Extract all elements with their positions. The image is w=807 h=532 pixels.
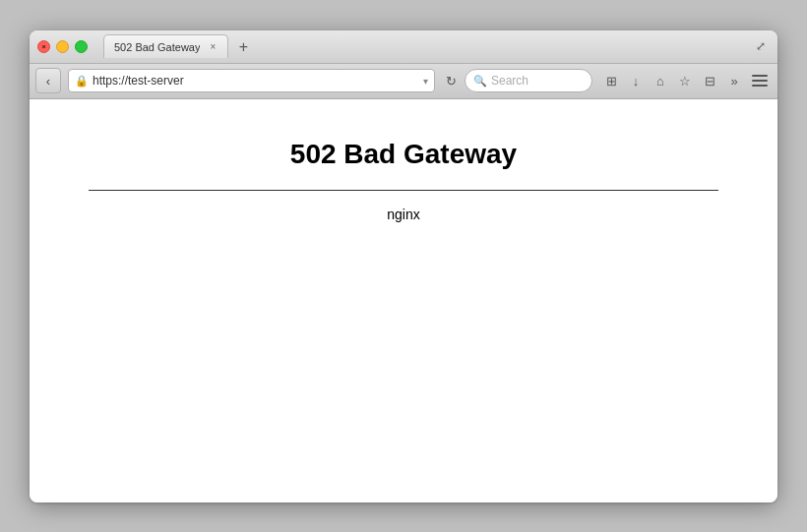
- home-button[interactable]: ⌂: [650, 70, 671, 91]
- browser-window: × 502 Bad Gateway × + ⤢ ‹ 🔒 https: [30, 30, 777, 502]
- tab-close-button[interactable]: ×: [208, 40, 217, 53]
- address-bar[interactable]: 🔒 https://test-server ▾: [68, 69, 435, 92]
- close-button[interactable]: ×: [37, 40, 50, 53]
- bookmark-star-button[interactable]: ☆: [674, 70, 696, 91]
- more-icon: »: [730, 74, 737, 89]
- tab-bar: 502 Bad Gateway × +: [99, 34, 752, 58]
- grid-view-button[interactable]: ⊞: [600, 70, 622, 91]
- star-icon: ☆: [679, 74, 691, 89]
- bookmarks-button[interactable]: ⊟: [699, 70, 720, 91]
- expand-button[interactable]: ⤢: [752, 37, 770, 55]
- address-dropdown-icon[interactable]: ▾: [423, 76, 428, 87]
- home-icon: ⌂: [656, 74, 664, 89]
- reload-button[interactable]: ↻: [442, 72, 461, 90]
- minimize-button[interactable]: [56, 40, 69, 53]
- expand-icon: ⤢: [756, 39, 766, 53]
- search-bar[interactable]: 🔍 Search: [465, 69, 592, 92]
- search-icon: 🔍: [473, 75, 487, 88]
- tab-title: 502 Bad Gateway: [114, 41, 200, 53]
- maximize-button[interactable]: [75, 40, 88, 53]
- bookmarks-icon: ⊟: [705, 74, 715, 89]
- error-subtext: nginx: [89, 207, 718, 222]
- window-controls: ×: [37, 40, 88, 53]
- more-tools-button[interactable]: »: [723, 70, 745, 91]
- back-icon: ‹: [46, 74, 50, 89]
- close-icon: ×: [41, 42, 46, 51]
- error-heading: 502 Bad Gateway: [89, 139, 718, 170]
- hamburger-icon: [752, 75, 768, 87]
- content-area: 502 Bad Gateway nginx: [30, 99, 777, 502]
- grid-icon: ⊞: [606, 74, 617, 89]
- menu-button[interactable]: [748, 69, 772, 92]
- error-divider: [89, 190, 718, 191]
- toolbar-actions: ⊞ ↓ ⌂ ☆ ⊟ »: [600, 69, 772, 92]
- download-icon: ↓: [633, 74, 640, 89]
- title-bar: × 502 Bad Gateway × + ⤢: [30, 30, 777, 64]
- address-text: https://test-server: [93, 74, 419, 88]
- back-button[interactable]: ‹: [35, 68, 61, 93]
- active-tab[interactable]: 502 Bad Gateway ×: [103, 34, 228, 58]
- error-page: 502 Bad Gateway nginx: [30, 99, 777, 242]
- search-placeholder: Search: [491, 74, 528, 88]
- new-tab-button[interactable]: +: [232, 36, 254, 58]
- toolbar: ‹ 🔒 https://test-server ▾ ↻ 🔍 Search ⊞ ↓…: [30, 64, 777, 99]
- lock-icon: 🔒: [75, 75, 89, 88]
- download-button[interactable]: ↓: [625, 70, 647, 91]
